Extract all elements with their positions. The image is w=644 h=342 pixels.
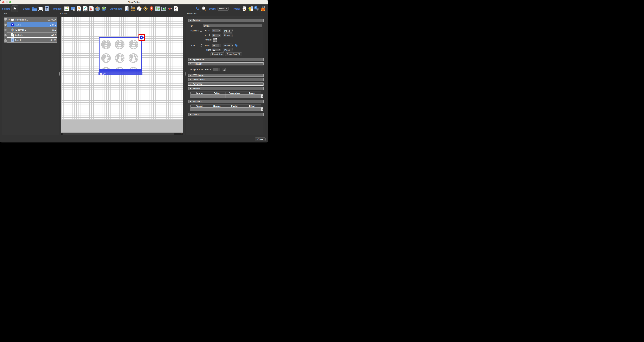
rectangle-1-element[interactable] [99,37,142,70]
image-icon[interactable] [64,6,70,11]
width-input[interactable] [212,44,219,47]
tree-row-external[interactable]: External 1 ↓0,3 [4,27,57,32]
section-rectangle[interactable]: ▼ Rectangle [188,62,264,65]
section-appearance[interactable]: ▶ Appearance [188,58,264,61]
pdf-file-icon[interactable]: PDF [89,6,94,11]
border-select-button[interactable] [222,68,226,71]
rectangle-icon[interactable] [38,6,43,11]
width-units-select[interactable]: Pixels▼ [223,43,233,47]
disclosure-triangle-icon: ▶ [190,59,192,60]
disclosure-triangle-icon: ▶ [190,79,192,80]
section-modifiers[interactable]: ▼ Modifiers [188,100,264,103]
modifiers-table: Target Source Factor Offset [190,104,261,111]
slider-icon[interactable] [168,6,172,11]
height-units-select[interactable]: Pixels▼ [223,48,233,52]
tree-row-svg[interactable]: Svg 1 ↙-8,-8 [4,22,57,27]
image-border-label: Image Border: [190,68,204,71]
gauge-icon[interactable] [137,6,142,11]
width-stepper[interactable] [219,44,221,47]
canvas-h-scrollbar[interactable]: ◀ ▶ [62,133,183,135]
select-tool-button[interactable] [11,5,18,12]
modifiers-col-source: Source [208,105,226,108]
height-stepper[interactable] [219,48,221,52]
tree-row-lottie[interactable]: Lottie Lottie 1 ◆0,0 [4,32,57,37]
y-stepper[interactable] [219,34,221,37]
link-wh-icon[interactable] [235,44,238,47]
visibility-eye-icon[interactable] [4,18,7,21]
grid-icon[interactable] [130,6,136,11]
swatches-icon[interactable] [248,6,253,11]
section-position[interactable]: ▼ Position [188,19,264,22]
text-icon[interactable]: T [44,6,50,11]
modifiers-col-factor: Factor [226,105,243,108]
disclosure-triangle-icon: ▶ [190,83,192,85]
y-input[interactable] [212,34,219,37]
y-units-select[interactable]: Pixels▼ [223,33,233,37]
scroll-right-icon[interactable]: ▶ [180,133,183,135]
radius-input[interactable] [213,68,218,71]
svg-x-element-icon [140,35,144,39]
visibility-eye-icon[interactable] [4,39,7,41]
close-button[interactable]: Close [255,137,266,141]
section-advanced[interactable]: ▶ Advanced [188,82,264,86]
folder-icon[interactable] [32,6,37,11]
globe-icon[interactable] [95,6,100,11]
position-y-row: Y: ↧ Pixels▼ [190,33,233,37]
button-icon[interactable] [70,6,76,11]
x-units-select[interactable]: Pixels▼ [223,29,233,33]
tree-row-rectangle[interactable]: ▼ Rectangle 1 ↘174,94 [4,17,57,22]
section-svg-image[interactable]: ▶ SVG Image [188,74,264,77]
magnifier-icon[interactable] [202,6,206,11]
lottie-file-icon[interactable]: Lottie [83,6,88,11]
section-actions[interactable]: ▼ Actions [188,87,264,90]
text-element-icon: TT [11,38,14,42]
tree-canvas-splitter[interactable] [59,72,60,77]
disclosure-triangle-icon[interactable]: ▼ [8,19,11,21]
selected-svg-element[interactable] [138,34,145,41]
anchor-grid-icon[interactable] [213,38,217,42]
visibility-eye-icon[interactable] [4,34,7,36]
map-pin-icon[interactable] [149,6,154,11]
inspect-icon[interactable]: ▾ [242,6,247,11]
swap-xy-icon[interactable] [200,29,203,32]
svg-text:{;}: {;} [175,7,177,9]
text-1-element[interactable]: text [98,72,142,75]
svg-text:x̄: x̄ [257,8,258,10]
chevron-down-icon: ▾ [259,10,260,12]
x-stepper[interactable] [219,29,221,32]
js-file-icon[interactable]: {;}JS [174,6,179,11]
globe-network-icon[interactable] [101,6,106,11]
map-icon[interactable] [155,6,160,11]
visibility-eye-icon[interactable] [4,23,7,26]
tree-row-text[interactable]: TT Text 1 ↓0,160 [4,37,57,43]
visibility-eye-icon[interactable] [4,29,7,31]
canvas-out-of-bounds [62,120,183,133]
height-input[interactable] [212,48,219,52]
x-input[interactable] [212,29,219,32]
zoom-select[interactable]: 150% ▼ [218,7,229,10]
section-accessibility[interactable]: ▶ Accessibility [188,78,264,81]
toolbox-icon[interactable] [260,6,266,11]
actions-empty-row[interactable] [191,95,261,98]
swap-wh-icon[interactable] [200,44,203,47]
section-notes[interactable]: ▶ Notes [188,113,264,116]
list-widget-icon[interactable] [124,6,130,11]
scrollbar-thumb[interactable] [63,133,174,135]
reset-size-half-button[interactable]: Reset Size / 2 [225,52,242,56]
add-action-button[interactable]: + [261,94,263,98]
reset-size-button[interactable]: Reset Size [210,52,224,56]
translate-icon[interactable]: x̄A ▾ [254,6,260,11]
svg-text:Lottie: Lottie [11,35,13,36]
chevron-down-icon: ▼ [232,45,233,46]
canvas-properties-splitter[interactable] [185,72,186,77]
id-input[interactable] [203,24,262,27]
modifiers-empty-row[interactable] [191,108,261,111]
add-modifier-button[interactable]: + [261,107,263,111]
radius-stepper[interactable] [218,68,220,71]
undo-icon[interactable]: ▾ [195,6,200,11]
video-icon[interactable] [161,6,166,11]
compass-icon[interactable] [143,6,148,11]
actions-col-action: Action [208,92,226,95]
tree-item-name: External 1 [16,28,26,31]
svg-file-icon[interactable]: SVG [76,6,82,11]
